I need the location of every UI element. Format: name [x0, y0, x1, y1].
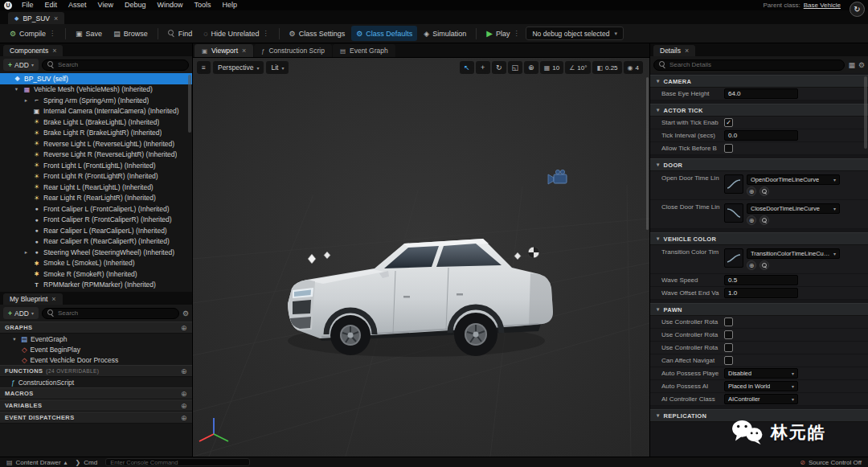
play-button[interactable]: Play [481, 26, 524, 41]
cmd-button[interactable]: Cmd [76, 459, 98, 466]
tab-construction-script[interactable]: Construction Scrip [254, 44, 332, 57]
section-macros[interactable]: MACROS [0, 387, 192, 399]
ai-controller-class-select[interactable]: AIController [724, 394, 798, 404]
close-icon[interactable] [242, 47, 246, 55]
close-icon[interactable] [54, 14, 58, 23]
component-item[interactable]: Front Light R (FrontLightR) (Inherited) [0, 171, 192, 182]
perspective-select[interactable]: Perspective [213, 61, 264, 74]
tick-interval-input[interactable]: 0.0 [724, 130, 798, 141]
actor-tick-section-header[interactable]: ACTOR TICK [650, 104, 868, 117]
component-item[interactable]: Reverse Light R (ReverseLightR) (Inherit… [0, 150, 192, 161]
component-item[interactable]: Front Caliper L (FrontCaliperL) (Inherit… [0, 203, 192, 215]
add-graph-icon[interactable] [181, 324, 187, 332]
add-component-button[interactable]: ADD [3, 59, 39, 71]
component-item[interactable]: RPMMarker (RPMMarker) (Inherited) [0, 280, 192, 291]
component-item[interactable]: Rear Caliper L (RearCaliperL) (Inherited… [0, 225, 192, 236]
auto-possess-player-select[interactable]: Disabled [724, 368, 798, 379]
tab-details[interactable]: Details [653, 45, 695, 56]
add-function-icon[interactable] [181, 367, 187, 375]
move-tool-button[interactable] [476, 61, 490, 74]
use-controller-rotation-checkbox[interactable] [724, 343, 733, 352]
component-item[interactable]: Brake Light L (BrakeLightL) (Inherited) [0, 117, 192, 128]
vehicle-color-section-header[interactable]: VEHICLE COLOR [650, 232, 868, 245]
expander-icon[interactable] [23, 97, 30, 104]
event-door-process-item[interactable]: Event Vechicle Door Process [0, 354, 192, 365]
circular-arrow-badge[interactable] [850, 2, 865, 17]
grid-snap-control[interactable]: 10 [540, 61, 563, 74]
add-macro-icon[interactable] [181, 390, 187, 398]
browse-asset-icon[interactable] [760, 215, 769, 225]
expander-icon[interactable] [23, 249, 30, 256]
menu-help[interactable]: Help [216, 0, 243, 10]
section-graphs[interactable]: GRAPHS [0, 322, 192, 334]
scale-snap-control[interactable]: 0.25 [592, 61, 621, 74]
close-door-curve-select[interactable]: CloseDoorTimeLineCurve [747, 203, 840, 214]
parent-class-link[interactable]: Base Vehicle [804, 2, 841, 9]
viewport-canvas[interactable]: Perspective Lit 10 10° [193, 58, 649, 457]
browse-asset-icon[interactable] [760, 260, 769, 270]
content-drawer-button[interactable]: Content Drawer [6, 459, 68, 466]
hide-unrelated-button[interactable]: Hide Unrelated [199, 26, 273, 41]
view-mode-select[interactable]: Lit [266, 61, 289, 74]
menu-edit[interactable]: Edit [39, 0, 63, 10]
tab-event-graph[interactable]: Event Graph [333, 44, 395, 57]
event-begin-play-item[interactable]: Event BeginPlay [0, 344, 192, 354]
component-item[interactable]: Smoke R (SmokeR) (Inherited) [0, 268, 192, 280]
curve-asset-thumbnail[interactable] [724, 203, 743, 223]
menu-file[interactable]: File [16, 0, 39, 10]
component-item[interactable]: Rear Light L (RearLightL) (Inherited) [0, 182, 192, 193]
tab-my-blueprint[interactable]: My Blueprint [3, 293, 63, 305]
section-functions[interactable]: FUNCTIONS (24 OVERRIDABLE) [0, 365, 192, 377]
door-section-header[interactable]: DOOR [650, 158, 868, 171]
world-space-toggle[interactable] [524, 61, 538, 74]
component-item[interactable]: Spring Arm (SpringArm) (Inherited) [0, 95, 192, 106]
curve-asset-thumbnail[interactable] [724, 174, 743, 194]
component-item[interactable]: Reverse Light L (ReverseLightL) (Inherit… [0, 138, 192, 150]
add-blueprint-item-button[interactable]: ADD [3, 307, 39, 319]
use-selected-asset-icon[interactable] [747, 260, 756, 270]
hide-unrelated-options-icon[interactable] [263, 30, 269, 37]
compile-button[interactable]: Compile [5, 26, 60, 41]
can-affect-navigation-checkbox[interactable] [724, 356, 733, 365]
add-dispatcher-icon[interactable] [181, 414, 187, 422]
event-graph-item[interactable]: EventGraph [0, 334, 192, 344]
close-icon[interactable] [685, 47, 689, 55]
section-variables[interactable]: VARIABLES [0, 399, 192, 412]
close-icon[interactable] [52, 47, 56, 55]
open-door-curve-select[interactable]: OpenDoorTimeLineCurve [747, 174, 840, 185]
property-matrix-icon[interactable] [848, 61, 855, 69]
tab-components[interactable]: Components [3, 45, 63, 56]
section-event-dispatchers[interactable]: EVENT DISPATCHERS [0, 412, 192, 424]
details-search-input[interactable]: Search Details [653, 59, 845, 71]
wave-offset-input[interactable]: 1.0 [724, 288, 798, 298]
tab-viewport[interactable]: Viewport [194, 44, 253, 57]
tab-bp-suv[interactable]: BP_SUV [8, 12, 64, 24]
construction-script-item[interactable]: ConstructionScript [0, 377, 192, 387]
menu-debug[interactable]: Debug [119, 0, 152, 10]
viewport-options-button[interactable] [197, 61, 211, 74]
play-options-icon[interactable] [513, 30, 519, 37]
component-item[interactable]: Internal Camera (InternalCamera) (Inheri… [0, 106, 192, 117]
find-button[interactable]: Find [163, 26, 198, 41]
scale-tool-button[interactable] [508, 61, 522, 74]
rotation-snap-control[interactable]: 10° [565, 61, 591, 74]
component-item[interactable]: Smoke L (SmokeL) (Inherited) [0, 258, 192, 269]
scrollbar[interactable] [864, 76, 867, 149]
component-item[interactable]: Steering Wheel (SteeringWheel) (Inherite… [0, 247, 192, 258]
menu-asset[interactable]: Asset [63, 0, 92, 10]
browse-asset-icon[interactable] [760, 186, 769, 196]
menu-window[interactable]: Window [151, 0, 188, 10]
gear-icon[interactable] [182, 309, 189, 317]
rotate-tool-button[interactable] [492, 61, 506, 74]
menu-tools[interactable]: Tools [188, 0, 216, 10]
component-item[interactable]: Rear Light R (RearLightR) (Inherited) [0, 193, 192, 204]
select-tool-button[interactable] [460, 61, 474, 74]
use-controller-rotation-checkbox[interactable] [724, 330, 733, 339]
base-eye-height-input[interactable]: 64.0 [724, 88, 798, 99]
camera-section-header[interactable]: CAMERA [650, 75, 868, 88]
component-item[interactable]: Vehicle Mesh (VehicleMesh) (Inherited) [0, 84, 192, 96]
class-defaults-button[interactable]: Class Defaults [351, 26, 417, 41]
checker-marker-gizmo[interactable] [528, 247, 539, 258]
compile-options-icon[interactable] [49, 30, 55, 37]
transition-color-curve-select[interactable]: TransitionColorTimeLineCurve [747, 248, 840, 259]
